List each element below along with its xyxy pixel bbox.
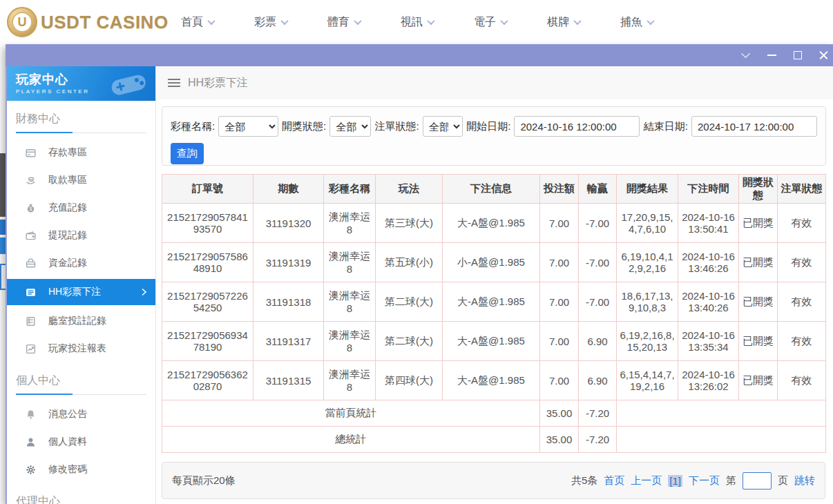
sidebar-item-label: 充值記錄 bbox=[48, 202, 147, 214]
cell-order-id: 2152172905636202870 bbox=[162, 361, 253, 400]
end-date-input[interactable] bbox=[691, 116, 817, 137]
cell-order-status: 有效 bbox=[778, 361, 826, 400]
nav-item-home[interactable]: 首頁 bbox=[181, 15, 214, 30]
cell-bet-info: 大-A盤@1.985 bbox=[443, 282, 540, 322]
table-row: 2152172905784193570 31191320 澳洲幸运8 第三球(大… bbox=[162, 204, 826, 243]
search-button[interactable]: 查詢 bbox=[171, 143, 204, 164]
sidebar-item-label: 存款專區 bbox=[48, 146, 147, 159]
nav-item-cards[interactable]: 棋牌 bbox=[547, 15, 580, 30]
lottery-name-label: 彩種名稱: bbox=[171, 120, 215, 133]
cell-issue: 31191317 bbox=[253, 322, 324, 361]
cell-bet-amount: 7.00 bbox=[540, 282, 579, 322]
cell-bet-info: 小-A盤@1.985 bbox=[443, 243, 540, 282]
main-header: HH彩票下注 bbox=[156, 66, 833, 99]
order-status-label: 注單狀態: bbox=[375, 120, 419, 133]
current-page-indicator: [1] bbox=[668, 475, 682, 487]
card-icon bbox=[25, 147, 37, 159]
first-page-link[interactable]: 首页 bbox=[604, 474, 624, 487]
next-page-link[interactable]: 下一页 bbox=[689, 474, 720, 487]
top-navigation: 首頁 彩票 體育 視訊 電子 棋牌 捕魚 bbox=[181, 0, 653, 44]
pagination-bar: 每頁顯示20條 共5条 首页 上一页 [1] 下一页 第 页 跳转 bbox=[162, 462, 825, 499]
sidebar-item-label: 個人資料 bbox=[48, 436, 147, 448]
hamburger-menu-icon[interactable] bbox=[168, 79, 180, 87]
nav-item-lottery[interactable]: 彩票 bbox=[254, 15, 287, 30]
svg-text:$: $ bbox=[30, 206, 32, 211]
start-date-input[interactable] bbox=[514, 116, 640, 137]
col-play-type: 玩法 bbox=[376, 175, 443, 204]
page-size-text: 每頁顯示20條 bbox=[172, 474, 236, 487]
nav-label: 首頁 bbox=[181, 15, 203, 30]
nav-item-fishing[interactable]: 捕魚 bbox=[620, 15, 653, 30]
sidebar-item-label: 消息公告 bbox=[48, 408, 147, 420]
table-header-row: 訂單號 期數 彩種名稱 玩法 下注信息 投注額 輸贏 開獎結果 下注時間 開獎狀… bbox=[162, 175, 826, 204]
coin-logo-icon: U bbox=[7, 7, 37, 37]
cell-bet-info: 大-A盤@1.985 bbox=[443, 204, 540, 243]
cell-win-loss: -7.00 bbox=[579, 204, 617, 243]
summary-win-loss: -7.20 bbox=[579, 427, 617, 453]
cell-bet-amount: 7.00 bbox=[540, 322, 579, 361]
sidebar-item-change-password[interactable]: 修改密碼 bbox=[7, 456, 155, 483]
bg-fragment-blue-square bbox=[0, 238, 6, 254]
nav-item-sports[interactable]: 體育 bbox=[327, 15, 361, 30]
col-order-id: 訂單號 bbox=[162, 175, 253, 204]
main-panel: HH彩票下注 彩種名稱: 全部 開獎狀態: 全部 注單狀態: 全部 bbox=[156, 66, 833, 504]
sidebar-item-announcements[interactable]: 消息公告 bbox=[7, 400, 155, 428]
col-bet-amount: 投注額 bbox=[540, 175, 579, 204]
nav-item-live[interactable]: 視訊 bbox=[401, 15, 434, 30]
cell-win-loss: -7.00 bbox=[579, 243, 617, 282]
jump-button[interactable]: 跳转 bbox=[794, 474, 815, 487]
nav-item-slots[interactable]: 電子 bbox=[474, 15, 507, 30]
sidebar-item-label: 提現記錄 bbox=[48, 229, 147, 242]
cell-lottery-name: 澳洲幸运8 bbox=[324, 282, 376, 322]
sidebar-header: 玩家中心 PLAYERS CENTER bbox=[7, 66, 155, 101]
page-jump-input[interactable] bbox=[743, 472, 772, 490]
sidebar-item-withdrawal-record[interactable]: 提現記錄 bbox=[7, 222, 155, 249]
sidebar-item-withdraw[interactable]: 取款專區 bbox=[7, 166, 155, 194]
col-bet-info: 下注信息 bbox=[443, 175, 540, 204]
window-titlebar[interactable] bbox=[6, 44, 833, 66]
sidebar-item-deposit[interactable]: 存款專區 bbox=[7, 139, 155, 166]
window-close-button[interactable] bbox=[818, 50, 829, 61]
purse-icon bbox=[25, 258, 37, 269]
maximize-icon bbox=[794, 51, 802, 59]
cell-bet-info: 大-A盤@1.985 bbox=[443, 322, 540, 361]
summary-empty bbox=[617, 400, 826, 427]
cell-draw-status: 已開獎 bbox=[739, 282, 778, 322]
bg-fragment-badge bbox=[0, 220, 6, 235]
hand-coin-icon bbox=[25, 175, 37, 186]
cell-order-id: 2152172905693478190 bbox=[162, 322, 253, 361]
sidebar-item-profile[interactable]: 個人資料 bbox=[7, 428, 155, 456]
sidebar-item-player-bet-report[interactable]: 玩家投注報表 bbox=[7, 335, 155, 362]
site-logo[interactable]: U USDT CASINO bbox=[7, 7, 169, 37]
col-bet-time: 下注時間 bbox=[678, 175, 739, 204]
draw-status-label: 開獎狀態: bbox=[282, 120, 326, 133]
sidebar: 玩家中心 PLAYERS CENTER 財務中心 bbox=[7, 66, 156, 504]
window-maximize-button[interactable] bbox=[792, 50, 803, 61]
draw-status-select[interactable]: 全部 bbox=[329, 116, 371, 137]
window-minimize-button[interactable] bbox=[766, 50, 777, 61]
lottery-name-select[interactable]: 全部 bbox=[218, 116, 278, 137]
summary-row-current-page: 當前頁統計 35.00 -7.20 bbox=[162, 400, 826, 427]
minimize-icon bbox=[767, 55, 776, 56]
cell-issue: 31191315 bbox=[253, 361, 324, 400]
chevron-down-icon bbox=[647, 17, 654, 25]
cell-lottery-name: 澳洲幸运8 bbox=[324, 243, 376, 282]
cell-order-id: 2152172905722654250 bbox=[162, 282, 253, 322]
start-date-label: 開始日期: bbox=[466, 120, 510, 133]
chevron-down-icon bbox=[427, 17, 434, 25]
prev-page-link[interactable]: 上一页 bbox=[631, 474, 662, 487]
chevron-right-icon bbox=[141, 288, 147, 296]
table-row: 2152172905722654250 31191318 澳洲幸运8 第二球(大… bbox=[162, 282, 826, 322]
col-draw-status: 開獎狀態 bbox=[739, 175, 778, 204]
order-status-select[interactable]: 全部 bbox=[423, 116, 463, 137]
user-icon bbox=[25, 436, 37, 448]
sidebar-item-hh-lottery-bets[interactable]: HH彩票下注 bbox=[7, 279, 155, 305]
sidebar-item-fund-record[interactable]: 資金記錄 bbox=[7, 249, 155, 277]
gamepad-icon bbox=[107, 70, 150, 98]
cell-issue: 31191318 bbox=[253, 282, 324, 322]
chevron-down-icon bbox=[280, 17, 288, 25]
sidebar-item-recharge-record[interactable]: $ 充值記錄 bbox=[7, 194, 155, 222]
chevron-down-icon bbox=[207, 17, 215, 25]
sidebar-item-room-bet-records[interactable]: 廳室投註記錄 bbox=[7, 307, 155, 335]
window-collapse-button[interactable] bbox=[740, 50, 751, 61]
